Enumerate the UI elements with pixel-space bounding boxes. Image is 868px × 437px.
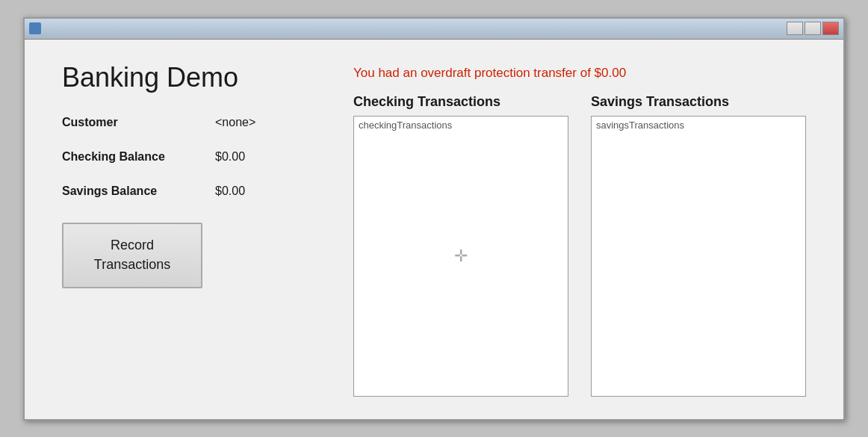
savings-transactions-section: Savings Transactions savingsTransactions [591,94,806,397]
close-button[interactable] [822,22,839,35]
checking-transactions-box[interactable]: checkingTransactions ✛ [353,116,568,397]
title-bar-left [29,22,46,34]
record-transactions-button[interactable]: RecordTransactions [62,223,202,288]
customer-row: Customer <none> [62,116,353,129]
checking-transactions-placeholder: checkingTransactions [359,120,452,131]
maximize-button[interactable] [805,22,821,35]
main-window: Banking Demo Customer <none> Checking Ba… [23,17,845,421]
customer-label: Customer [62,116,200,129]
app-icon [29,22,41,34]
checking-transactions-title: Checking Transactions [353,94,568,110]
savings-balance-value: $0.00 [215,185,245,198]
checking-balance-label: Checking Balance [62,150,200,164]
savings-balance-row: Savings Balance $0.00 [62,185,353,198]
savings-transactions-placeholder: savingsTransactions [596,120,684,131]
savings-balance-label: Savings Balance [62,185,200,198]
savings-transactions-title: Savings Transactions [591,94,806,110]
app-title: Banking Demo [62,62,353,93]
title-bar [25,19,843,40]
checking-transactions-section: Checking Transactions checkingTransactio… [353,94,568,397]
checking-balance-row: Checking Balance $0.00 [62,150,353,164]
overdraft-message: You had an overdraft protection transfer… [353,62,806,81]
minimize-button[interactable] [787,22,803,35]
customer-value: <none> [215,116,255,129]
savings-transactions-box[interactable]: savingsTransactions [591,116,806,397]
checking-balance-value: $0.00 [215,150,245,164]
window-controls [787,22,839,35]
window-content: Banking Demo Customer <none> Checking Ba… [25,40,843,419]
move-icon: ✛ [454,247,468,266]
